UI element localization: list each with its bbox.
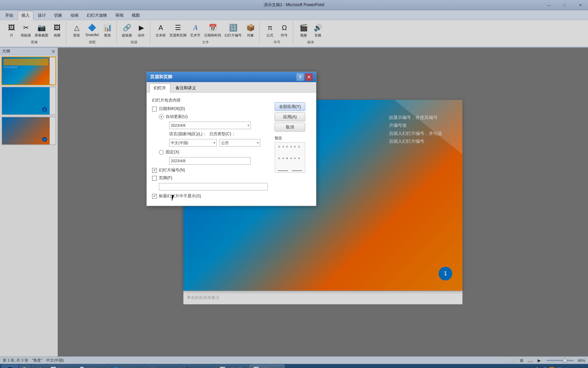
maximize-button[interactable]: □ bbox=[557, 0, 572, 10]
cancel-button[interactable]: 取消 bbox=[275, 123, 305, 132]
ribbon-btn-hyperlink[interactable]: 🔗 超链接 bbox=[120, 21, 134, 39]
header-footer-icon: ☰ bbox=[173, 22, 183, 33]
no-title-checkbox[interactable] bbox=[152, 194, 157, 199]
taskbar-item-ppt[interactable]: 📊 演示文稿1... bbox=[249, 365, 284, 368]
tray-network-icon[interactable]: 📶 bbox=[549, 366, 555, 368]
edu-icon: 📊 bbox=[219, 366, 226, 368]
doc-icon: 📄 bbox=[79, 366, 85, 368]
slide-thumbnail-1[interactable]: 演示文本内容区域 bbox=[1, 57, 56, 85]
dialog-help-button[interactable]: ? bbox=[296, 73, 304, 81]
ribbon-btn-screenshot[interactable]: 📷 屏幕截图 bbox=[33, 21, 50, 39]
ribbon-btn-equation[interactable]: π 公式 bbox=[263, 21, 277, 39]
auto-update-radio[interactable] bbox=[159, 114, 164, 119]
footer-checkbox[interactable] bbox=[152, 176, 157, 181]
start-button[interactable]: ⊞ bbox=[1, 365, 18, 368]
taskbar-item-edu[interactable]: 📊 智博教育... bbox=[216, 365, 249, 368]
tab-view[interactable]: 视图 bbox=[128, 11, 144, 20]
dialog-tab-notes[interactable]: 备注和讲义 bbox=[171, 83, 200, 92]
normal-view-icon[interactable]: ⬜ bbox=[510, 357, 516, 364]
tray-keyboard-icon[interactable]: ⌨ bbox=[556, 366, 562, 368]
auto-update-label: 自动更新(U) bbox=[166, 114, 188, 120]
fixed-date-input[interactable] bbox=[169, 157, 251, 165]
date-dropdown[interactable]: 2023/4/8 ▼ bbox=[169, 122, 251, 129]
minimize-button[interactable]: — bbox=[541, 0, 557, 10]
slide-count-status: 第 1 张, 共 3 张 bbox=[3, 358, 28, 363]
ribbon-btn-audio[interactable]: 🔊 音频 bbox=[311, 21, 325, 39]
datetime-checkbox[interactable] bbox=[152, 107, 157, 111]
sidebar-title-label: 大纲 bbox=[2, 48, 10, 54]
window-title: 演示文稿1 - Microsoft PowerPoint bbox=[264, 2, 325, 8]
reading-view-icon[interactable]: 📖 bbox=[527, 357, 534, 364]
tab-review[interactable]: 审阅 bbox=[112, 11, 127, 20]
preview-box bbox=[275, 142, 305, 173]
video-icon: 🎬 bbox=[298, 22, 309, 33]
ribbon-btn-textbox[interactable]: A 文本框 bbox=[154, 21, 167, 39]
ribbon-group-symbols-label: 符号 bbox=[274, 40, 280, 45]
tab-slideshow[interactable]: 幻灯片放映 bbox=[83, 11, 111, 20]
zoom-level: 66% bbox=[578, 358, 585, 363]
slide-number-checkbox[interactable] bbox=[152, 168, 157, 173]
ribbon-btn-chart[interactable]: 📊 图表 bbox=[101, 21, 114, 39]
taskbar-item-workbook[interactable]: 📊 工作簿1 bbox=[46, 365, 75, 368]
preview-dot bbox=[294, 157, 296, 159]
ribbon-btn-wordart[interactable]: A 艺术字 bbox=[189, 21, 202, 39]
preview-dot bbox=[278, 157, 280, 159]
dialog-close-button[interactable]: ✕ bbox=[305, 73, 313, 81]
taskbar-item-folder[interactable]: 📁 D:\Videos... bbox=[146, 365, 180, 368]
ribbon-btn-video[interactable]: 🎬 视频 bbox=[297, 21, 310, 39]
tab-start[interactable]: 开始 bbox=[1, 11, 17, 20]
notes-area[interactable]: 单击此处添加备注 bbox=[183, 291, 462, 304]
language-dropdown[interactable]: 中文(中国) ▼ bbox=[169, 139, 217, 147]
ribbon-btn-action[interactable]: ▶ 动作 bbox=[134, 21, 148, 39]
ribbon-btn-slidenumber[interactable]: 🔢 幻灯片编号 bbox=[223, 21, 243, 39]
tab-transitions[interactable]: 切换 bbox=[50, 11, 66, 20]
preview-dots-grid bbox=[276, 144, 304, 170]
taskbar-item-browser[interactable]: 🌐 创作中心 - ... bbox=[109, 365, 145, 368]
zoom-thumb[interactable] bbox=[563, 358, 567, 363]
slide-thumb-bg-2: 2 bbox=[2, 87, 50, 114]
taskbar-item-video[interactable]: 🎥 4#401-45... bbox=[181, 365, 215, 368]
footer-input[interactable] bbox=[159, 183, 268, 190]
taskbar-item-ai[interactable]: Ai bbox=[32, 365, 46, 368]
search-button[interactable]: 🔍 bbox=[19, 365, 31, 368]
apply-button[interactable]: 应用(A) bbox=[275, 112, 305, 121]
tray-shield-icon[interactable]: 🛡 bbox=[564, 366, 570, 368]
preview-dot bbox=[290, 146, 292, 148]
slide-sorter-icon[interactable]: ⊞ bbox=[519, 357, 525, 364]
dialog-tab-slide[interactable]: 幻灯片 bbox=[149, 83, 170, 93]
taskbar-item-doc[interactable]: 📄 某中学一... bbox=[75, 365, 108, 368]
ribbon-group-links-label: 链接 bbox=[131, 40, 137, 45]
ribbon-btn-header-footer[interactable]: ☰ 页眉和页脚 bbox=[168, 21, 188, 39]
preview-line-right bbox=[292, 170, 302, 171]
slide-thumbnail-3[interactable]: 3 bbox=[1, 117, 56, 145]
ribbon-btn-slide[interactable]: 🖼 片 bbox=[5, 21, 18, 39]
zoom-slider[interactable] bbox=[546, 360, 574, 361]
ribbon-btn-smartart[interactable]: 🔷 SmartArt bbox=[84, 21, 100, 37]
tray-volume-icon[interactable]: 🔊 bbox=[541, 366, 548, 368]
sidebar-close-button[interactable]: ✕ bbox=[51, 49, 55, 54]
ribbon-group-illustrations: △ 形状 🔷 SmartArt 📊 图表 插图 bbox=[68, 21, 117, 45]
fixed-radio[interactable] bbox=[159, 150, 164, 155]
preview-dot bbox=[298, 146, 300, 148]
slideshow-icon[interactable]: ▶ bbox=[536, 357, 542, 364]
ribbon-tab-bar: 开始 插入 设计 切换 动画 幻灯片放映 审阅 视图 bbox=[0, 10, 588, 20]
ribbon-btn-shapes[interactable]: △ 形状 bbox=[70, 21, 83, 39]
apply-all-button[interactable]: 全部应用(Y) bbox=[275, 102, 305, 111]
ribbon-btn-clipart[interactable]: ✂ 剪贴画 bbox=[19, 21, 33, 39]
ribbon-btn-symbol[interactable]: Ω 符号 bbox=[277, 21, 291, 39]
tab-animations[interactable]: 动画 bbox=[67, 11, 82, 20]
slide-thumbnail-2[interactable]: 2 bbox=[1, 87, 56, 115]
tray-notification-icon[interactable]: 🔔 bbox=[534, 366, 540, 368]
close-button[interactable]: ✕ bbox=[572, 0, 588, 10]
ribbon-btn-datetime[interactable]: 📅 日期和时间 bbox=[203, 21, 223, 39]
preview-dot bbox=[278, 146, 280, 148]
ribbon: 开始 插入 设计 切换 动画 幻灯片放映 审阅 视图 🖼 片 ✂ 剪贴画 📷 屏… bbox=[0, 10, 588, 48]
ribbon-btn-object[interactable]: 📦 对象 bbox=[244, 21, 257, 39]
ribbon-btn-album[interactable]: 🖼 相册 bbox=[50, 21, 64, 39]
tab-design[interactable]: 设计 bbox=[34, 11, 50, 20]
ribbon-group-media: 🎬 视频 🔊 音频 媒体 bbox=[295, 21, 327, 45]
calendar-dropdown[interactable]: 公历 ▼ bbox=[219, 139, 260, 147]
tab-insert[interactable]: 插入 bbox=[18, 11, 33, 20]
smartart-icon: 🔷 bbox=[87, 22, 98, 33]
preview-dot bbox=[298, 157, 300, 159]
